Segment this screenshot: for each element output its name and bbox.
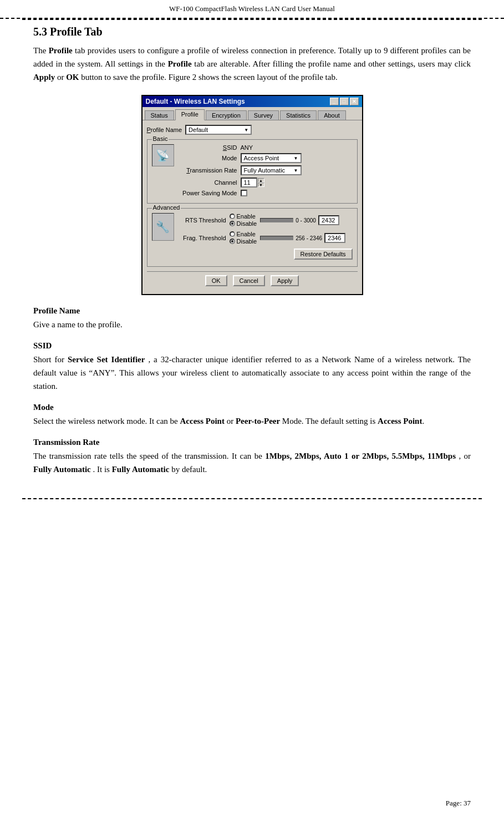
minimize-button[interactable]: _: [330, 98, 339, 105]
page-header: WF-100 CompactFlash Wireless LAN Card Us…: [0, 0, 504, 19]
dialog-footer: OK Cancel Apply: [147, 271, 358, 290]
trans-bold: 1Mbps, 2Mbps, Auto 1 or 2Mbps, 5.5Mbps, …: [265, 452, 456, 460]
basic-fields: SSID ANY Mode Access Point ▼: [180, 144, 353, 199]
profile-name-row: Profile Name Default ▼: [147, 125, 358, 135]
tab-statistics[interactable]: Statistics: [280, 110, 317, 120]
trans-arrow-icon: ▼: [294, 168, 298, 173]
trans-rate-value: Fully Automatic: [244, 167, 286, 174]
frag-slider[interactable]: [260, 236, 293, 240]
channel-label: Channel: [180, 179, 241, 186]
tab-encryption[interactable]: Encryption: [206, 110, 247, 120]
dialog-window: Default - Wireless LAN Settings _ □ ✕ St…: [141, 95, 363, 295]
rts-disable-radio[interactable]: [230, 221, 235, 226]
tab-about[interactable]: About: [318, 110, 346, 120]
ssid-bold: Service Set Identifier: [68, 355, 145, 364]
profile-dropdown-field[interactable]: Default ▼: [185, 125, 252, 135]
frag-disable-label: Disable: [237, 238, 257, 245]
dialog-tabs: Status Profile Encryption Survey Statist…: [142, 107, 362, 120]
profile-value: Default: [189, 126, 208, 133]
frag-disable-radio[interactable]: [230, 239, 235, 244]
frag-range-label: 256 - 2346: [296, 235, 322, 241]
rts-enable-radio[interactable]: [230, 214, 235, 219]
advanced-group-content: 🔧 RTS Threshold Enable: [152, 213, 353, 262]
profile-bold-2: Profile: [168, 59, 192, 68]
ssid-heading: SSID: [33, 341, 471, 351]
rts-enable-label: Enable: [237, 213, 256, 220]
trans-default: Fully Automatic: [112, 465, 170, 474]
frag-radio-group: Enable Disable: [230, 231, 257, 245]
frag-row: Frag. Threshold Enable Disable: [180, 231, 353, 245]
frag-value-box[interactable]: 2346: [324, 233, 345, 243]
cancel-button[interactable]: Cancel: [233, 275, 265, 286]
basic-icon: 📡: [152, 144, 174, 166]
profile-name-heading: Profile Name: [33, 306, 471, 316]
page-footer: Page: 37: [446, 799, 471, 808]
restore-btn-row: Restore Defaults: [180, 249, 353, 260]
profile-name-section: Profile Name Give a name to the profile.: [33, 306, 471, 331]
maximize-button[interactable]: □: [340, 98, 349, 105]
rts-slider-area: 0 - 3000 2432: [260, 215, 339, 225]
titlebar-buttons: _ □ ✕: [330, 98, 359, 105]
ssid-section: SSID Short for Service Set Identifier , …: [33, 341, 471, 393]
page-number: Page: 37: [446, 799, 471, 807]
rts-enable-option[interactable]: Enable: [230, 213, 257, 220]
rts-disable-label: Disable: [237, 220, 257, 227]
rts-range-label: 0 - 3000: [296, 217, 316, 224]
frag-enable-radio[interactable]: [230, 231, 235, 237]
frag-label: Frag. Threshold: [180, 235, 230, 241]
main-content: 5.3 Profile Tab The Profile tab provides…: [0, 20, 504, 498]
channel-up-button[interactable]: ▲: [258, 178, 264, 183]
mode-dropdown[interactable]: Access Point ▼: [241, 153, 302, 163]
mode-peer: Peer-to-Peer: [236, 417, 280, 425]
rts-value-box[interactable]: 2432: [318, 215, 339, 225]
power-saving-row: Power Saving Mode: [180, 190, 353, 196]
advanced-fields: RTS Threshold Enable Disable: [180, 213, 353, 262]
mode-access-point: Access Point: [180, 417, 225, 425]
frag-enable-label: Enable: [237, 231, 256, 237]
profile-bold-1: Profile: [49, 46, 73, 55]
footer-rule: [22, 498, 482, 499]
rts-label: RTS Threshold: [180, 217, 230, 224]
header-title: WF-100 CompactFlash Wireless LAN Card Us…: [169, 4, 335, 13]
frag-disable-option[interactable]: Disable: [230, 238, 257, 245]
advanced-group-label: Advanced: [152, 204, 181, 211]
apply-bold: Apply: [33, 73, 55, 82]
dialog-container: Default - Wireless LAN Settings _ □ ✕ St…: [33, 95, 471, 295]
ssid-row: SSID ANY: [180, 144, 353, 151]
ssid-value: ANY: [241, 144, 253, 151]
trans-rate-label: Transmission Rate: [180, 167, 241, 174]
profile-dropdown[interactable]: Default ▼: [185, 125, 252, 135]
rts-disable-option[interactable]: Disable: [230, 220, 257, 227]
ok-button[interactable]: OK: [205, 275, 227, 286]
frag-slider-area: 256 - 2346 2346: [260, 233, 345, 243]
intro-paragraph: The Profile tab provides users to config…: [33, 44, 471, 84]
mode-row: Mode Access Point ▼: [180, 153, 353, 163]
power-saving-label: Power Saving Mode: [180, 190, 241, 196]
mode-section: Mode Select the wireless network mode. I…: [33, 403, 471, 428]
profile-name-underline: P: [147, 126, 151, 133]
advanced-group: Advanced 🔧 RTS Threshold: [147, 208, 358, 267]
mode-arrow-icon: ▼: [294, 156, 298, 161]
trans-heading: Transmission Rate: [33, 438, 471, 447]
mode-desc: Select the wireless network mode. It can…: [33, 414, 471, 428]
restore-defaults-button[interactable]: Restore Defaults: [294, 249, 353, 260]
trans-rate-dropdown[interactable]: Fully Automatic ▼: [241, 165, 302, 175]
tab-survey[interactable]: Survey: [248, 110, 279, 120]
tab-status[interactable]: Status: [145, 110, 174, 120]
mode-default: Access Point: [378, 417, 422, 425]
channel-down-button[interactable]: ▼: [258, 183, 264, 187]
apply-button[interactable]: Apply: [271, 275, 299, 286]
tab-profile[interactable]: Profile: [175, 109, 205, 120]
section-title: 5.3 Profile Tab: [33, 26, 471, 38]
channel-input[interactable]: 11: [241, 178, 257, 187]
power-saving-checkbox[interactable]: [241, 190, 247, 196]
ssid-desc: Short for Service Set Identifier , a 32-…: [33, 353, 471, 393]
trans-fully: Fully Automatic: [33, 465, 91, 474]
close-button[interactable]: ✕: [350, 98, 359, 105]
profile-name-desc: Give a name to the profile.: [33, 318, 471, 331]
rts-row: RTS Threshold Enable Disable: [180, 213, 353, 227]
basic-group: Basic 📡 SSID: [147, 139, 358, 204]
frag-enable-option[interactable]: Enable: [230, 231, 257, 237]
dialog-body: Profile Name Default ▼ Basic: [142, 120, 362, 294]
rts-slider[interactable]: [260, 218, 293, 222]
